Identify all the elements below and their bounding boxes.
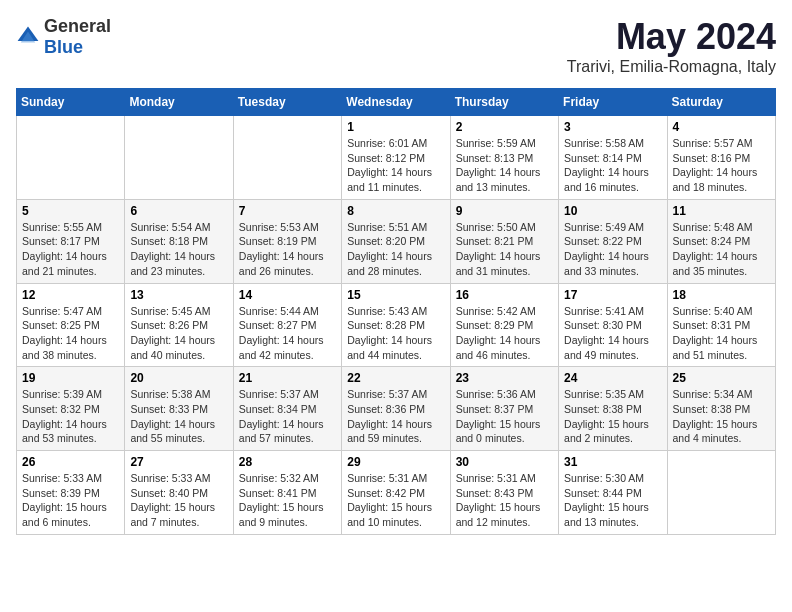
logo-blue-text: Blue (44, 37, 83, 57)
day-info: Sunrise: 5:41 AMSunset: 8:30 PMDaylight:… (564, 304, 661, 363)
day-number: 21 (239, 371, 336, 385)
calendar-day-cell: 20Sunrise: 5:38 AMSunset: 8:33 PMDayligh… (125, 367, 233, 451)
day-number: 31 (564, 455, 661, 469)
weekday-header-cell: Wednesday (342, 89, 450, 116)
weekday-header-cell: Saturday (667, 89, 775, 116)
day-info: Sunrise: 5:32 AMSunset: 8:41 PMDaylight:… (239, 471, 336, 530)
day-number: 15 (347, 288, 444, 302)
day-number: 6 (130, 204, 227, 218)
day-info: Sunrise: 5:44 AMSunset: 8:27 PMDaylight:… (239, 304, 336, 363)
day-info: Sunrise: 5:39 AMSunset: 8:32 PMDaylight:… (22, 387, 119, 446)
day-info: Sunrise: 5:48 AMSunset: 8:24 PMDaylight:… (673, 220, 770, 279)
calendar-table: SundayMondayTuesdayWednesdayThursdayFrid… (16, 88, 776, 535)
calendar-day-cell: 21Sunrise: 5:37 AMSunset: 8:34 PMDayligh… (233, 367, 341, 451)
day-info: Sunrise: 5:34 AMSunset: 8:38 PMDaylight:… (673, 387, 770, 446)
day-number: 10 (564, 204, 661, 218)
calendar-day-cell: 29Sunrise: 5:31 AMSunset: 8:42 PMDayligh… (342, 451, 450, 535)
calendar-day-cell: 25Sunrise: 5:34 AMSunset: 8:38 PMDayligh… (667, 367, 775, 451)
day-number: 2 (456, 120, 553, 134)
day-number: 4 (673, 120, 770, 134)
calendar-day-cell: 4Sunrise: 5:57 AMSunset: 8:16 PMDaylight… (667, 116, 775, 200)
month-year-title: May 2024 (567, 16, 776, 58)
day-number: 26 (22, 455, 119, 469)
day-number: 23 (456, 371, 553, 385)
day-number: 8 (347, 204, 444, 218)
calendar-day-cell: 2Sunrise: 5:59 AMSunset: 8:13 PMDaylight… (450, 116, 558, 200)
calendar-day-cell: 27Sunrise: 5:33 AMSunset: 8:40 PMDayligh… (125, 451, 233, 535)
calendar-day-cell: 17Sunrise: 5:41 AMSunset: 8:30 PMDayligh… (559, 283, 667, 367)
day-number: 29 (347, 455, 444, 469)
calendar-day-cell: 5Sunrise: 5:55 AMSunset: 8:17 PMDaylight… (17, 199, 125, 283)
day-info: Sunrise: 5:47 AMSunset: 8:25 PMDaylight:… (22, 304, 119, 363)
calendar-day-cell: 30Sunrise: 5:31 AMSunset: 8:43 PMDayligh… (450, 451, 558, 535)
logo: General Blue (16, 16, 111, 58)
calendar-day-cell (233, 116, 341, 200)
day-number: 30 (456, 455, 553, 469)
calendar-week-row: 26Sunrise: 5:33 AMSunset: 8:39 PMDayligh… (17, 451, 776, 535)
calendar-day-cell: 1Sunrise: 6:01 AMSunset: 8:12 PMDaylight… (342, 116, 450, 200)
day-info: Sunrise: 5:57 AMSunset: 8:16 PMDaylight:… (673, 136, 770, 195)
day-info: Sunrise: 5:37 AMSunset: 8:36 PMDaylight:… (347, 387, 444, 446)
calendar-day-cell (125, 116, 233, 200)
calendar-day-cell: 22Sunrise: 5:37 AMSunset: 8:36 PMDayligh… (342, 367, 450, 451)
calendar-day-cell (667, 451, 775, 535)
day-number: 20 (130, 371, 227, 385)
calendar-week-row: 12Sunrise: 5:47 AMSunset: 8:25 PMDayligh… (17, 283, 776, 367)
weekday-header-row: SundayMondayTuesdayWednesdayThursdayFrid… (17, 89, 776, 116)
day-number: 19 (22, 371, 119, 385)
day-info: Sunrise: 5:50 AMSunset: 8:21 PMDaylight:… (456, 220, 553, 279)
day-info: Sunrise: 5:36 AMSunset: 8:37 PMDaylight:… (456, 387, 553, 446)
weekday-header-cell: Tuesday (233, 89, 341, 116)
day-info: Sunrise: 5:33 AMSunset: 8:39 PMDaylight:… (22, 471, 119, 530)
day-info: Sunrise: 5:37 AMSunset: 8:34 PMDaylight:… (239, 387, 336, 446)
day-number: 17 (564, 288, 661, 302)
day-info: Sunrise: 5:35 AMSunset: 8:38 PMDaylight:… (564, 387, 661, 446)
calendar-day-cell: 28Sunrise: 5:32 AMSunset: 8:41 PMDayligh… (233, 451, 341, 535)
calendar-week-row: 1Sunrise: 6:01 AMSunset: 8:12 PMDaylight… (17, 116, 776, 200)
day-info: Sunrise: 5:31 AMSunset: 8:42 PMDaylight:… (347, 471, 444, 530)
day-number: 1 (347, 120, 444, 134)
weekday-header-cell: Friday (559, 89, 667, 116)
day-number: 3 (564, 120, 661, 134)
day-number: 14 (239, 288, 336, 302)
day-number: 24 (564, 371, 661, 385)
page-header: General Blue May 2024 Trarivi, Emilia-Ro… (16, 16, 776, 76)
logo-icon (16, 25, 40, 49)
day-number: 22 (347, 371, 444, 385)
day-info: Sunrise: 5:33 AMSunset: 8:40 PMDaylight:… (130, 471, 227, 530)
calendar-week-row: 5Sunrise: 5:55 AMSunset: 8:17 PMDaylight… (17, 199, 776, 283)
calendar-day-cell: 11Sunrise: 5:48 AMSunset: 8:24 PMDayligh… (667, 199, 775, 283)
calendar-day-cell: 26Sunrise: 5:33 AMSunset: 8:39 PMDayligh… (17, 451, 125, 535)
calendar-day-cell (17, 116, 125, 200)
day-number: 25 (673, 371, 770, 385)
day-info: Sunrise: 5:58 AMSunset: 8:14 PMDaylight:… (564, 136, 661, 195)
day-number: 18 (673, 288, 770, 302)
day-number: 9 (456, 204, 553, 218)
calendar-day-cell: 6Sunrise: 5:54 AMSunset: 8:18 PMDaylight… (125, 199, 233, 283)
calendar-day-cell: 31Sunrise: 5:30 AMSunset: 8:44 PMDayligh… (559, 451, 667, 535)
day-info: Sunrise: 5:54 AMSunset: 8:18 PMDaylight:… (130, 220, 227, 279)
day-number: 12 (22, 288, 119, 302)
day-number: 5 (22, 204, 119, 218)
calendar-day-cell: 3Sunrise: 5:58 AMSunset: 8:14 PMDaylight… (559, 116, 667, 200)
calendar-day-cell: 14Sunrise: 5:44 AMSunset: 8:27 PMDayligh… (233, 283, 341, 367)
calendar-day-cell: 24Sunrise: 5:35 AMSunset: 8:38 PMDayligh… (559, 367, 667, 451)
calendar-day-cell: 8Sunrise: 5:51 AMSunset: 8:20 PMDaylight… (342, 199, 450, 283)
weekday-header-cell: Thursday (450, 89, 558, 116)
calendar-day-cell: 9Sunrise: 5:50 AMSunset: 8:21 PMDaylight… (450, 199, 558, 283)
day-info: Sunrise: 5:53 AMSunset: 8:19 PMDaylight:… (239, 220, 336, 279)
day-info: Sunrise: 5:30 AMSunset: 8:44 PMDaylight:… (564, 471, 661, 530)
location-subtitle: Trarivi, Emilia-Romagna, Italy (567, 58, 776, 76)
day-info: Sunrise: 6:01 AMSunset: 8:12 PMDaylight:… (347, 136, 444, 195)
calendar-week-row: 19Sunrise: 5:39 AMSunset: 8:32 PMDayligh… (17, 367, 776, 451)
day-info: Sunrise: 5:42 AMSunset: 8:29 PMDaylight:… (456, 304, 553, 363)
weekday-header-cell: Monday (125, 89, 233, 116)
day-info: Sunrise: 5:43 AMSunset: 8:28 PMDaylight:… (347, 304, 444, 363)
calendar-day-cell: 16Sunrise: 5:42 AMSunset: 8:29 PMDayligh… (450, 283, 558, 367)
day-info: Sunrise: 5:31 AMSunset: 8:43 PMDaylight:… (456, 471, 553, 530)
calendar-day-cell: 12Sunrise: 5:47 AMSunset: 8:25 PMDayligh… (17, 283, 125, 367)
calendar-day-cell: 10Sunrise: 5:49 AMSunset: 8:22 PMDayligh… (559, 199, 667, 283)
day-info: Sunrise: 5:40 AMSunset: 8:31 PMDaylight:… (673, 304, 770, 363)
calendar-day-cell: 15Sunrise: 5:43 AMSunset: 8:28 PMDayligh… (342, 283, 450, 367)
day-number: 27 (130, 455, 227, 469)
